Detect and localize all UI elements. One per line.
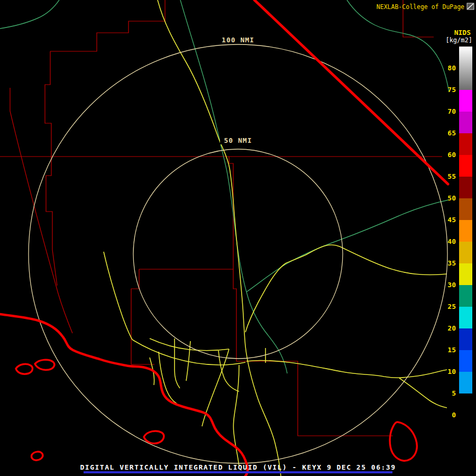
- colorbar-tick-label: 50: [447, 194, 456, 202]
- colorbar-tick-label: 35: [447, 259, 456, 267]
- colorbar-title: NIDS: [454, 29, 471, 36]
- colorbar-tick-label: 45: [447, 216, 456, 224]
- map-background: [0, 0, 476, 476]
- colorbar-segment-80-85: [459, 47, 472, 68]
- colorbar-units: [kg/m2]: [445, 36, 472, 44]
- footer-title: DIGITAL VERTICALLY INTEGRATED LIQUID (VI…: [80, 463, 396, 471]
- colorbar-segment-45-50: [459, 198, 472, 220]
- colorbar-tick-label: 65: [447, 129, 456, 137]
- colorbar-tick-label: 40: [447, 237, 456, 245]
- colorbar-tick-label: 25: [447, 303, 456, 310]
- colorbar-tick-label: 0: [452, 411, 456, 419]
- colorbar-segment-75-80: [459, 68, 472, 90]
- footer: DIGITAL VERTICALLY INTEGRATED LIQUID (VI…: [80, 463, 396, 473]
- colorbar-segment-0-5: [459, 393, 472, 415]
- colorbar-segment-40-45: [459, 220, 472, 242]
- colorbar-tick-label: 55: [447, 172, 456, 180]
- colorbar-segment-25-30: [459, 285, 472, 307]
- footer-underline-bar: [84, 471, 392, 473]
- colorbar-segment-10-15: [459, 350, 472, 372]
- colorbar-tick-label: 80: [447, 64, 456, 72]
- cod-logo-icon: [467, 3, 474, 10]
- radar-map: 100 NMI 50 NMI NEXLAB-College of DuPage …: [0, 0, 476, 476]
- colorbar-tick-label: 75: [447, 86, 456, 94]
- brand-label: NEXLAB-College of DuPage: [377, 3, 464, 11]
- colorbar-tick-label: 20: [447, 324, 456, 332]
- header: NEXLAB-College of DuPage: [377, 3, 474, 11]
- colorbar-segment-70-75: [459, 90, 472, 112]
- colorbar-tick-label: 10: [447, 368, 456, 376]
- colorbar-segment-35-40: [459, 242, 472, 263]
- colorbar-segment-60-65: [459, 133, 472, 155]
- colorbar-tick-label: 5: [452, 389, 456, 397]
- colorbar-segment-55-60: [459, 155, 472, 177]
- colorbar-segment-65-70: [459, 112, 472, 133]
- colorbar-tick-label: 30: [447, 281, 456, 289]
- colorbar-segment-50-55: [459, 177, 472, 198]
- range-ring-100nmi-label: 100 NMI: [222, 36, 254, 44]
- colorbar-segment-5-10: [459, 372, 472, 393]
- colorbar-segment-30-35: [459, 263, 472, 285]
- colorbar-tick-label: 70: [447, 107, 456, 115]
- colorbar-tick-label: 60: [447, 151, 456, 159]
- range-ring-50nmi-label: 50 NMI: [224, 136, 252, 144]
- colorbar-segment-20-25: [459, 307, 472, 328]
- colorbar-segment-15-20: [459, 328, 472, 350]
- colorbar-tick-label: 15: [447, 346, 456, 354]
